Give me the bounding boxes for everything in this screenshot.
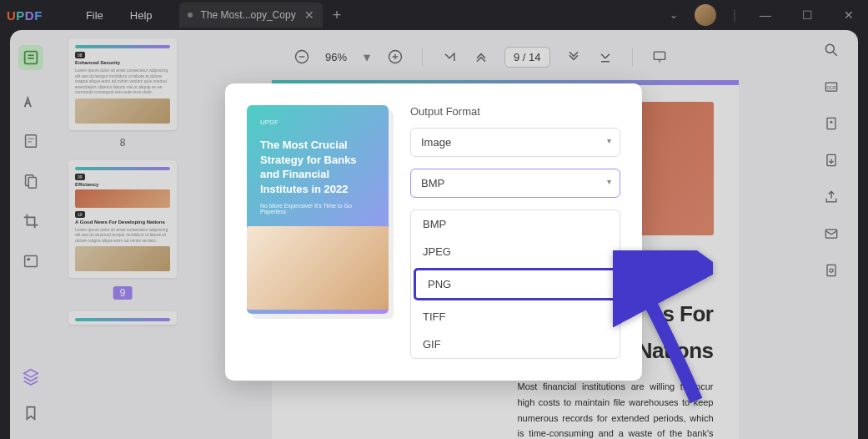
format-type-select[interactable]: BMP [410, 169, 620, 198]
format-option-png[interactable]: PNG [414, 268, 617, 300]
format-option-tiff[interactable]: TIFF [411, 303, 620, 331]
output-format-label: Output Format [410, 105, 620, 118]
format-category-select[interactable]: Image [410, 128, 620, 157]
format-option-gif[interactable]: GIF [411, 331, 620, 358]
format-option-jpeg[interactable]: JPEG [411, 238, 620, 265]
format-dropdown: BMP JPEG PNG TIFF GIF [410, 209, 620, 359]
format-option-bmp[interactable]: BMP [411, 210, 620, 238]
export-modal: UPDF The Most Crucial Strategy for Banks… [225, 83, 642, 381]
modal-preview: UPDF The Most Crucial Strategy for Banks… [247, 105, 389, 314]
